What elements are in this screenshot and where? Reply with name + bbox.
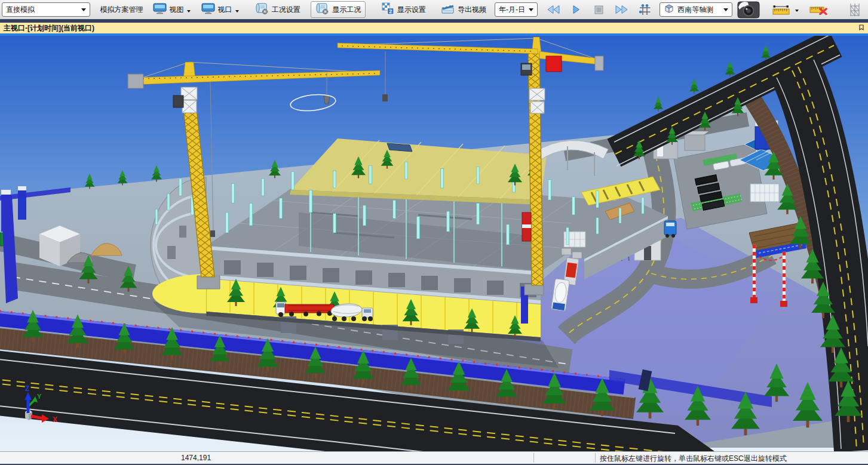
monitor-icon (201, 3, 215, 16)
construction-scene-3d: Y Z X (0, 36, 868, 451)
simulation-app-window: 直接模拟 模拟方案管理 视图 视口 工况设置 (0, 0, 868, 465)
status-bar: 1474,191 按住鼠标左键进行旋转，单击鼠标右键或ESC退出旋转模式 (0, 451, 868, 465)
clear-measure-button[interactable] (809, 2, 829, 17)
camera-icon (737, 1, 760, 19)
scroll-gear-icon (315, 2, 329, 17)
date-format-value: 年-月-日 (499, 5, 525, 15)
checkerboard-2-icon: 2 (382, 2, 394, 17)
keyframe-grid-button[interactable] (637, 2, 652, 17)
axis-x-label: X (53, 415, 57, 424)
main-viewport[interactable]: Y Z X (0, 36, 868, 451)
display-settings-button[interactable]: 2 显示设置 (377, 1, 431, 18)
show-condition-button[interactable]: 显示工况 (311, 1, 366, 18)
rewind-icon (547, 5, 561, 14)
viewport-title: 主视口-[计划时间](当前视口) (4, 23, 94, 33)
viewport-button[interactable]: 视口 (197, 1, 245, 18)
axis-y-label: Y (37, 393, 42, 400)
statusbar-hint: 按住鼠标左键进行旋转，单击鼠标右键或ESC退出旋转模式 (600, 454, 787, 464)
viewport-restore-icon[interactable] (858, 24, 864, 32)
view-direction-value: 西南等轴测 (677, 5, 713, 15)
axis-z-label: Z (25, 384, 29, 393)
stop-icon (594, 5, 604, 15)
camera-button[interactable] (737, 1, 760, 19)
measure-button[interactable] (772, 2, 791, 17)
chevron-down-icon (81, 8, 86, 11)
fast-forward-button[interactable] (615, 2, 629, 17)
condition-settings-button[interactable]: 工况设置 (250, 1, 305, 18)
simulation-mode-value: 直接模拟 (6, 5, 35, 15)
chevron-down-icon (529, 8, 533, 11)
play-button[interactable] (569, 2, 584, 17)
main-toolbar: 直接模拟 模拟方案管理 视图 视口 工况设置 (0, 0, 868, 19)
scaffold-button[interactable] (848, 2, 862, 17)
fast-forward-icon (615, 5, 629, 14)
export-video-button[interactable]: 导出视频 (436, 1, 491, 18)
view-button[interactable]: 视图 (148, 1, 197, 18)
coordinates-readout: 1474,191 (181, 454, 211, 462)
ruler-icon (772, 5, 790, 15)
statusbar-divider (595, 453, 596, 463)
ruler-delete-icon (809, 5, 828, 15)
monitor-icon (153, 3, 167, 16)
chevron-down-icon (235, 10, 239, 13)
scheme-management-button[interactable]: 模拟方案管理 (96, 1, 148, 18)
rewind-button[interactable] (547, 2, 561, 17)
small-blue-truck (664, 221, 676, 238)
scaffold-icon (849, 2, 861, 17)
chevron-down-icon[interactable] (795, 10, 799, 12)
statusbar-divider (533, 453, 534, 463)
viewport-title-bar: 主视口-[计划时间](当前视口) (0, 23, 868, 33)
scroll-gear-icon (255, 2, 269, 17)
view-cube-icon (664, 4, 674, 16)
chevron-down-icon (723, 8, 728, 11)
stop-button[interactable] (592, 2, 606, 17)
simulation-mode-select[interactable]: 直接模拟 (2, 2, 90, 17)
view-direction-select[interactable]: 西南等轴测 (660, 2, 732, 17)
play-icon (572, 5, 580, 14)
chevron-down-icon (187, 10, 191, 13)
svg-text:2: 2 (389, 8, 392, 14)
clapperboard-icon (441, 3, 455, 16)
grid-dots-icon (639, 4, 651, 16)
date-format-select[interactable]: 年-月-日 (495, 2, 538, 17)
